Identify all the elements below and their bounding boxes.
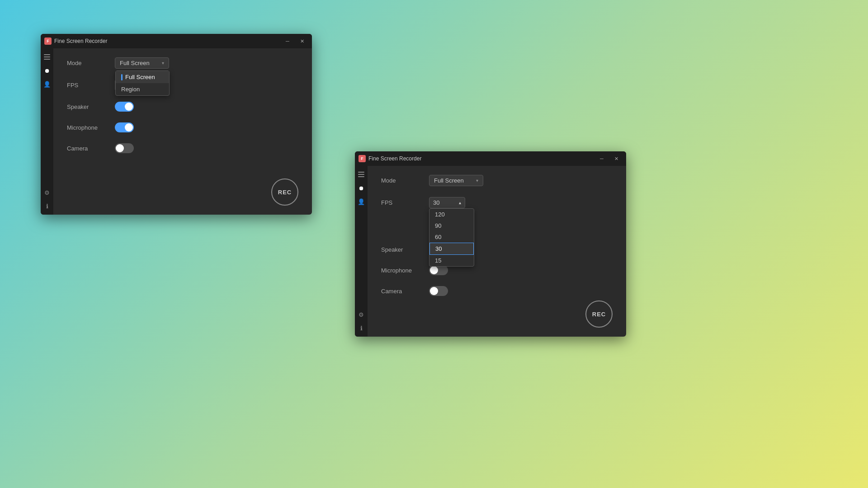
speaker-row-1: Speaker [67, 102, 298, 112]
settings-icon-2[interactable]: ⚙ [356, 310, 366, 319]
fps-dropdown-menu-2: 120 90 60 30 15 [429, 208, 474, 267]
sidebar-1: ⏺ 👤 ⚙ ℹ [41, 48, 53, 215]
minimize-button-2[interactable]: ─ [595, 154, 608, 163]
window-controls-2: ─ ✕ [595, 154, 623, 163]
mode-value-2: Full Screen [434, 177, 464, 184]
window-controls-1: ─ ✕ [281, 37, 308, 46]
microphone-label-2: Microphone [381, 267, 422, 274]
fps-label-2: FPS [381, 199, 422, 206]
info-icon-2[interactable]: ℹ [356, 323, 366, 333]
main-content-2: Mode Full Screen ▾ FPS 30 ▴ 120 [368, 166, 626, 337]
record-icon-2[interactable]: ⏺ [356, 183, 366, 193]
fps-dropdown-2: 30 ▴ 120 90 60 30 15 [429, 197, 465, 208]
settings-icon-1[interactable]: ⚙ [42, 188, 52, 197]
window-2: F Fine Screen Recorder ─ ✕ ⏺ 👤 ⚙ ℹ Mode … [355, 151, 626, 337]
fps-option-15[interactable]: 15 [429, 255, 474, 266]
camera-knob-1 [116, 144, 124, 152]
close-button-1[interactable]: ✕ [296, 37, 308, 46]
window-title-2: Fine Screen Recorder [368, 155, 595, 162]
camera-label-2: Camera [381, 288, 422, 295]
camera-row-2: Camera [381, 286, 613, 296]
fps-trigger-2[interactable]: 30 ▴ [429, 197, 465, 208]
speaker-label-2: Speaker [381, 246, 422, 253]
mode-chevron-1: ▾ [162, 61, 164, 66]
camera-row-1: Camera [67, 143, 298, 153]
menu-icon-1[interactable] [42, 52, 52, 62]
microphone-row-2: Microphone [381, 265, 613, 275]
microphone-knob-1 [125, 123, 133, 131]
app-icon-2: F [359, 155, 366, 162]
microphone-toggle-2[interactable] [429, 265, 448, 275]
speaker-toggle-1[interactable] [115, 102, 134, 112]
speaker-knob-1 [125, 103, 133, 111]
mode-option-region-1[interactable]: Region [116, 83, 169, 95]
minimize-button-1[interactable]: ─ [281, 37, 294, 46]
mode-row-1: Mode Full Screen ▾ Full Screen Region [67, 57, 298, 69]
rec-container-2: REC [585, 300, 613, 328]
titlebar-2: F Fine Screen Recorder ─ ✕ [355, 151, 626, 166]
mode-dropdown-1[interactable]: Full Screen ▾ Full Screen Region [115, 57, 169, 69]
speaker-row-2: Speaker [381, 244, 613, 254]
close-button-2[interactable]: ✕ [610, 154, 623, 163]
mode-label-1: Mode [67, 60, 108, 66]
option-label-1: Full Screen [125, 74, 155, 80]
record-icon-1[interactable]: ⏺ [42, 66, 52, 75]
microphone-knob-2 [430, 266, 438, 274]
mode-dropdown-menu-1: Full Screen Region [115, 70, 170, 96]
window-body-2: ⏺ 👤 ⚙ ℹ Mode Full Screen ▾ FPS 30 ▴ [355, 166, 626, 337]
microphone-toggle-1[interactable] [115, 122, 134, 132]
user-icon-2[interactable]: 👤 [356, 197, 366, 206]
microphone-row-1: Microphone [67, 122, 298, 132]
rec-button-1[interactable]: REC [271, 178, 298, 206]
speaker-label-1: Speaker [67, 103, 108, 110]
fps-option-120[interactable]: 120 [429, 209, 474, 220]
mode-dropdown-2[interactable]: Full Screen ▾ [429, 175, 483, 186]
option-label-region-1: Region [121, 86, 140, 93]
fps-option-60[interactable]: 60 [429, 231, 474, 243]
fps-row-1: FPS 30 [67, 80, 298, 91]
fps-chevron-2: ▴ [459, 200, 461, 205]
fps-row-2: FPS 30 ▴ 120 90 60 30 15 [381, 197, 613, 208]
window-title-1: Fine Screen Recorder [54, 38, 281, 44]
camera-knob-2 [430, 287, 438, 295]
fps-option-30[interactable]: 30 [429, 243, 474, 255]
mode-option-fullscreen-1[interactable]: Full Screen [116, 71, 169, 83]
mode-label-2: Mode [381, 177, 422, 184]
info-icon-1[interactable]: ℹ [42, 201, 52, 211]
camera-label-1: Camera [67, 145, 108, 152]
mode-row-2: Mode Full Screen ▾ [381, 175, 613, 186]
window-1: F Fine Screen Recorder ─ ✕ ⏺ 👤 ⚙ ℹ Mode … [41, 34, 312, 215]
fps-option-90[interactable]: 90 [429, 220, 474, 231]
window-body-1: ⏺ 👤 ⚙ ℹ Mode Full Screen ▾ Full Screen [41, 48, 312, 215]
main-content-1: Mode Full Screen ▾ Full Screen Region [53, 48, 312, 215]
user-icon-1[interactable]: 👤 [42, 79, 52, 89]
fps-label-1: FPS [67, 82, 108, 89]
menu-icon-2[interactable] [356, 169, 366, 179]
microphone-label-1: Microphone [67, 124, 108, 131]
fps-value-2: 30 [433, 199, 439, 206]
rec-button-2[interactable]: REC [585, 300, 613, 328]
selected-indicator-1 [121, 74, 123, 80]
mode-chevron-2: ▾ [476, 178, 478, 183]
titlebar-1: F Fine Screen Recorder ─ ✕ [41, 34, 312, 48]
sidebar-2: ⏺ 👤 ⚙ ℹ [355, 166, 368, 337]
camera-toggle-1[interactable] [115, 143, 134, 153]
app-icon-1: F [44, 38, 52, 45]
rec-container-1: REC [271, 178, 298, 206]
camera-toggle-2[interactable] [429, 286, 448, 296]
mode-value-1: Full Screen [120, 60, 150, 66]
